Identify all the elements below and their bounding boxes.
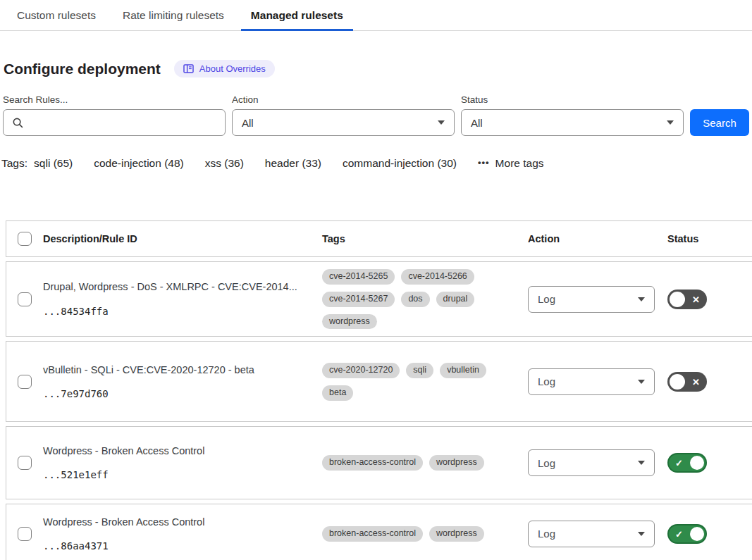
row-checkbox-cell [12, 375, 37, 389]
rule-status-cell: ✓ [662, 524, 752, 544]
rule-tags: cve-2020-12720sqlivbulletinbeta [316, 356, 512, 408]
tag-filter[interactable]: code-injection (48) [94, 157, 184, 170]
tag-pill: wordpress [429, 526, 484, 542]
rule-status-cell: ✕ [662, 290, 752, 309]
status-toggle[interactable]: ✓ [667, 453, 707, 473]
book-icon [183, 64, 194, 73]
table-header-row: Description/Rule ID Tags Action Status [6, 220, 752, 257]
table-row: Wordpress - Broken Access Control ...86a… [6, 504, 752, 560]
tag-filter[interactable]: header (33) [265, 157, 321, 170]
tab-rate-limiting-rulesets[interactable]: Rate limiting rulesets [113, 1, 234, 31]
chevron-down-icon [638, 297, 645, 301]
status-filter-select[interactable]: All [461, 109, 684, 136]
table-row: Drupal, Wordpress - DoS - XMLRPC - CVE:C… [6, 261, 752, 337]
rule-action-cell: Log [522, 449, 662, 476]
action-filter-value: All [242, 117, 254, 129]
tag-pill: vbulletin [440, 363, 486, 378]
more-tags-button[interactable]: ••• More tags [478, 157, 544, 170]
tag-filter[interactable]: command-injection (30) [343, 157, 457, 170]
row-checkbox[interactable] [18, 456, 32, 470]
status-filter-value: All [471, 117, 483, 129]
toggle-state-icon: ✕ [692, 377, 700, 386]
tag-pill: broken-access-control [322, 526, 423, 542]
tab-managed-rulesets[interactable]: Managed rulesets [241, 1, 353, 31]
chevron-down-icon [638, 532, 645, 536]
column-status: Status [662, 233, 752, 244]
rule-description-cell: Wordpress - Broken Access Control ...86a… [37, 516, 316, 552]
rule-description: vBulletin - SQLi - CVE:CVE-2020-12720 - … [43, 364, 316, 376]
search-input-box[interactable] [3, 109, 226, 136]
action-select-value: Log [538, 528, 555, 540]
tag-pill: wordpress [322, 314, 377, 330]
row-checkbox[interactable] [18, 292, 32, 306]
search-rules-label: Search Rules... [3, 94, 226, 105]
column-action: Action [522, 233, 662, 244]
rule-tags: cve-2014-5265cve-2014-5266cve-2014-5267d… [316, 262, 512, 336]
toggle-knob [670, 374, 685, 390]
toggle-knob [690, 456, 704, 470]
more-tags-label: More tags [495, 157, 544, 170]
chevron-down-icon [667, 120, 674, 125]
tag-filter[interactable]: xss (36) [205, 157, 244, 170]
tag-pill: cve-2020-12720 [322, 363, 400, 378]
chevron-down-icon [638, 461, 645, 465]
status-filter-field: Status All [461, 94, 684, 136]
action-select[interactable]: Log [528, 449, 655, 476]
tag-pill: drupal [436, 292, 475, 307]
rule-tags: broken-access-controlwordpress [316, 519, 512, 549]
status-toggle[interactable]: ✕ [667, 290, 707, 309]
tab-custom-rulesets[interactable]: Custom rulesets [7, 1, 106, 31]
toggle-state-icon: ✕ [692, 294, 700, 304]
tags-bar-label: Tags: [1, 157, 27, 170]
action-select[interactable]: Log [528, 368, 655, 395]
tag-pill: beta [322, 385, 353, 401]
status-toggle[interactable]: ✓ [667, 524, 707, 544]
rules-table: Description/Rule ID Tags Action Status D… [6, 220, 752, 560]
rule-status-cell: ✓ [662, 453, 752, 473]
tag-pill: broken-access-control [322, 455, 423, 471]
tag-pill: cve-2014-5265 [322, 269, 395, 285]
rule-id: ...86aa4371 [43, 540, 316, 552]
action-select[interactable]: Log [528, 521, 655, 547]
action-filter-field: Action All [232, 94, 455, 136]
search-button[interactable]: Search [690, 109, 749, 136]
rule-description: Wordpress - Broken Access Control [43, 516, 316, 528]
tag-pill: dos [401, 292, 429, 307]
column-description: Description/Rule ID [37, 233, 316, 244]
action-select[interactable]: Log [528, 286, 655, 313]
table-row: Wordpress - Broken Access Control ...521… [6, 426, 752, 499]
chevron-down-icon [638, 380, 645, 384]
select-all-checkbox[interactable] [18, 232, 32, 246]
action-select-value: Log [538, 293, 555, 305]
search-input[interactable] [30, 117, 216, 129]
search-icon [12, 117, 24, 129]
tag-pill: cve-2014-5266 [401, 269, 474, 285]
rule-description-cell: vBulletin - SQLi - CVE:CVE-2020-12720 - … [37, 364, 316, 399]
toggle-state-icon: ✓ [675, 459, 683, 468]
toggle-knob [670, 292, 685, 307]
rule-description-cell: Wordpress - Broken Access Control ...521… [37, 445, 316, 480]
row-checkbox-cell [12, 292, 37, 306]
tag-pill: wordpress [429, 455, 484, 471]
tag-filter[interactable]: sqli (65) [34, 157, 73, 170]
tags-bar: Tags: sqli (65)code-injection (48)xss (3… [1, 157, 752, 170]
row-checkbox[interactable] [18, 375, 32, 389]
search-rules-field: Search Rules... [3, 94, 226, 136]
rule-description: Wordpress - Broken Access Control [43, 445, 316, 457]
rule-action-cell: Log [522, 521, 662, 547]
about-overrides-badge[interactable]: About Overrides [174, 60, 275, 77]
tag-pill: cve-2014-5267 [322, 292, 395, 307]
ruleset-tabs: Custom rulesetsRate limiting rulesetsMan… [0, 0, 752, 31]
rule-id: ...7e97d760 [43, 388, 316, 399]
status-toggle[interactable]: ✕ [667, 372, 707, 392]
action-filter-select[interactable]: All [232, 109, 455, 136]
page-header: Configure deployment About Overrides [4, 60, 752, 77]
about-overrides-label: About Overrides [199, 63, 266, 74]
rule-action-cell: Log [522, 286, 662, 313]
filter-bar: Search Rules... Action All Status All [3, 94, 752, 136]
row-checkbox[interactable] [18, 527, 32, 541]
action-select-value: Log [538, 457, 555, 469]
rule-id: ...521e1eff [43, 469, 316, 480]
rule-status-cell: ✕ [662, 372, 752, 392]
header-checkbox-cell [12, 232, 37, 246]
